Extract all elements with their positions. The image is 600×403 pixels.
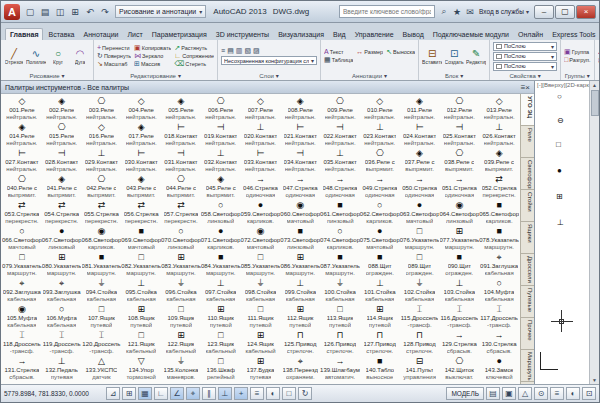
ribbon-button[interactable]: ⌫Стереть	[174, 60, 214, 68]
layer-tool-icon[interactable]: ▨	[253, 47, 260, 55]
workspace-switcher[interactable]: Рисование и аннотации ▾	[115, 5, 206, 18]
palette-item[interactable]: ⊥097.Стойкакабельная	[201, 278, 241, 304]
ribbon-button[interactable]: ✎Редактир.	[466, 48, 486, 65]
panel-title[interactable]: Группы▾	[561, 72, 594, 80]
palette-item[interactable]: □113.Ящикпутевой	[320, 304, 360, 330]
palette-item[interactable]: ■061.Светофорлинзовый	[320, 200, 360, 226]
palette-item[interactable]: ⏚096.Стойкакабельная	[161, 278, 201, 304]
palette-item[interactable]: ⏚100.Стойкакабельная	[320, 278, 360, 304]
palette-item[interactable]: ⊥132.Педальпутевая	[42, 356, 82, 382]
snap-mode-toggle[interactable]: ⊞	[122, 387, 136, 400]
palette-item[interactable]: ⊞110.Ящикпутевой	[201, 304, 241, 330]
palette-item[interactable]: ◈043.Реле свыпрямит.	[121, 174, 161, 200]
palette-title-bar[interactable]: Палитры инструментов - Все палитры ≡×	[1, 81, 534, 94]
palette-item[interactable]: ○106.Муфтакабельная	[42, 304, 82, 330]
ribbon-tab[interactable]: Главная	[5, 28, 43, 40]
workspace-switching-button[interactable]: ⊙	[534, 387, 548, 400]
ribbon-button[interactable]: ∠Измерить	[598, 48, 599, 56]
palette-item[interactable]: ⌖091.Заглушкакабельная	[479, 252, 519, 278]
layer-tool-icon[interactable]: ▤	[227, 47, 234, 55]
palette-item[interactable]: ⌖093.Заглушкакабельная	[42, 278, 82, 304]
toolbar-lock-button[interactable]: ≡	[550, 387, 564, 400]
plot-icon[interactable]: ⊞	[68, 5, 82, 19]
palette-item[interactable]: ⊞137.Будкапутевая	[241, 356, 281, 382]
palette-item[interactable]: ■140.Табловыносное	[360, 356, 400, 382]
palette-item[interactable]: ⌖138.Переездохраняем.	[280, 356, 320, 382]
restore-button[interactable]: ▢	[555, 5, 575, 19]
quick-properties-toggle[interactable]: □	[282, 387, 296, 400]
palette-item[interactable]: ⊓125.Приводстрелочн.	[280, 330, 320, 356]
annotation-scale-button[interactable]: △	[518, 387, 532, 400]
palette-item[interactable]: □109.Ящикпутевой	[161, 304, 201, 330]
ribbon-button[interactable]: ↘Масштаб	[97, 60, 131, 68]
palette-item[interactable]: □076.Указательмаршрутн.	[400, 226, 440, 252]
ribbon-button[interactable]: ⋈Зеркало	[134, 52, 171, 60]
palette-item[interactable]: →139.Шлагбаумавтоматич.	[320, 356, 360, 382]
ribbon-button[interactable]: ⊞Массив	[134, 60, 171, 68]
palette-item[interactable]: ⊓128.Приводстрелочн.	[400, 330, 440, 356]
grid-display-toggle[interactable]: ▦	[138, 387, 152, 400]
cleanscreen-button[interactable]: ⊡	[582, 387, 596, 400]
undo-icon[interactable]: ↶	[83, 5, 97, 19]
palette-item[interactable]: ⊓126.Приводстрелочн.	[320, 330, 360, 356]
palette-item[interactable]: ⊥023.Контактнейтральн.	[360, 122, 400, 148]
palette-item[interactable]: ⌶116.Дроссель-трансф.	[439, 304, 479, 330]
palette-item[interactable]: ⊣025.Контактнейтральн.	[439, 122, 479, 148]
palette-item[interactable]: ⊣019.Контактнейтральн.	[201, 122, 241, 148]
palette-item[interactable]: ⊢021.Контактнейтральн.	[280, 122, 320, 148]
palette-item[interactable]: ○066.Светоформачтовый	[2, 226, 42, 252]
palette-item[interactable]: ⎔036.Реле свыпрямит.	[360, 148, 400, 174]
palette-item[interactable]: ⊞077.Указательмаршрутн.	[439, 226, 479, 252]
ribbon-button[interactable]: ○Круг	[48, 48, 68, 65]
autocad-logo-icon[interactable]: A	[4, 4, 20, 20]
palette-item[interactable]: ⎔042.Реле свыпрямит.	[82, 174, 122, 200]
palette-item[interactable]: ⊥035.Контактнейтральн.	[320, 148, 360, 174]
palette-item[interactable]: →047.Стрелкаодиночная	[280, 174, 320, 200]
palette-item[interactable]: ⊢024.Контактнейтральн.	[400, 122, 440, 148]
ribbon-button[interactable]: □Разгруп.	[564, 56, 591, 64]
palette-item[interactable]: ◈039.Реле свыпрямит.	[479, 148, 519, 174]
palette-item[interactable]: ⊥032.Контактнейтральн.	[201, 148, 241, 174]
palette-item[interactable]: □111.Ящикпутевой	[241, 304, 281, 330]
palette-item[interactable]: ⊥026.Контактнейтральн.	[479, 122, 519, 148]
palette-item[interactable]: ○070.Светофорлинзовый	[161, 226, 201, 252]
palette-item[interactable]: ⊞083.Указательмаршрутн.	[161, 252, 201, 278]
ribbon-button[interactable]: ◠Дуга	[70, 48, 90, 65]
signin-button[interactable]: Вход в службы ▾	[479, 8, 529, 15]
palette-item[interactable]: ⇄056.Стрелкаперекрестн.	[121, 200, 161, 226]
palette-item[interactable]: ○074.Светофоркарликов.	[320, 226, 360, 252]
ribbon-button[interactable]: ⊡Создать	[444, 48, 464, 65]
palette-item[interactable]: ⊥103.Стойкакабельная	[439, 278, 479, 304]
palette-item[interactable]: ⎔040.Реле свыпрямит.	[2, 174, 42, 200]
palette-item[interactable]: ■090.Щитогражден.	[439, 252, 479, 278]
palette-item[interactable]: ◇013.Реленейтральн.	[479, 96, 519, 122]
palette-item[interactable]: ⇄052.Стрелкаперекрестн.	[479, 174, 519, 200]
lineweight-toggle[interactable]: ≡	[250, 387, 264, 400]
palette-item[interactable]: ◈037.Реле свыпрямит.	[400, 148, 440, 174]
ribbon-tab[interactable]: Параметризация	[148, 29, 211, 40]
ribbon-tab[interactable]: Лист	[124, 29, 147, 40]
palette-tab[interactable]: Ящики	[521, 222, 534, 254]
palette-item[interactable]: ⇄055.Стрелкаперекрестн.	[82, 200, 122, 226]
ribbon-button[interactable]: ∿Полилиния	[26, 48, 46, 65]
palette-item[interactable]: →050.Стрелкаодиночная	[400, 174, 440, 200]
palette-item[interactable]: ⊢027.Контактнейтральн.	[2, 148, 42, 174]
palette-item[interactable]: ■081.Указательмаршрутн.	[82, 252, 122, 278]
panel-title[interactable]: Аннотации▾	[321, 72, 418, 80]
palette-item[interactable]: ⎔003.Реленейтральн.	[82, 96, 122, 122]
performance-button[interactable]: ◐	[566, 387, 580, 400]
layout-space-button[interactable]: ▣	[502, 387, 516, 400]
ribbon-button[interactable]: +Перенести	[97, 44, 131, 52]
property-combo[interactable]: ПоСлою▾	[493, 52, 557, 61]
palette-item[interactable]: →130.Стрелкасбрасыв.	[479, 330, 519, 356]
palette-item[interactable]: ⎔142.Щитоквыключат.	[439, 356, 479, 382]
palette-item[interactable]: ⏚102.Стойкакабельная	[400, 278, 440, 304]
scroll-up-icon[interactable]: ▲	[592, 81, 597, 89]
mail-icon[interactable]: ✉	[464, 7, 476, 17]
ribbon-button[interactable]: AТекст	[324, 48, 353, 56]
palette-item[interactable]: ●071.Светофоркарликов.	[201, 226, 241, 252]
palette-item[interactable]: ●075.Светоформачтовый	[360, 226, 400, 252]
scrollbar-thumb[interactable]	[591, 90, 599, 116]
palette-item[interactable]: ⊞086.Указательмаршрутн.	[280, 252, 320, 278]
ribbon-button[interactable]: ↻Повернуть	[97, 52, 131, 60]
